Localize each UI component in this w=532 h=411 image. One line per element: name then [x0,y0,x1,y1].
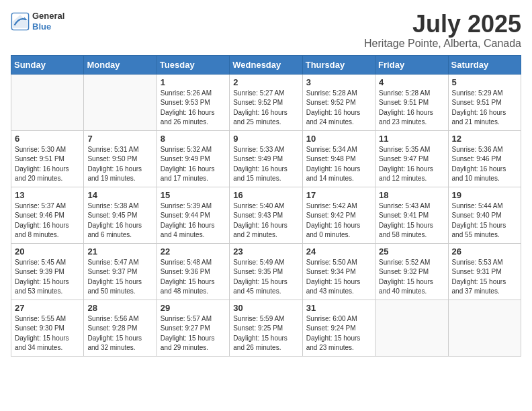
day-info: Sunrise: 5:33 AMSunset: 9:49 PMDaylight:… [233,145,298,184]
day-number: 20 [15,246,80,257]
calendar-cell: 10Sunrise: 5:34 AMSunset: 9:48 PMDayligh… [302,130,375,187]
calendar-week-row: 6Sunrise: 5:30 AMSunset: 9:51 PMDaylight… [11,130,521,187]
calendar-cell: 31Sunrise: 6:00 AMSunset: 9:24 PMDayligh… [302,300,375,356]
calendar-cell: 11Sunrise: 5:35 AMSunset: 9:47 PMDayligh… [375,130,448,187]
day-info: Sunrise: 5:29 AMSunset: 9:51 PMDaylight:… [452,89,517,128]
weekday-header: Wednesday [230,55,302,74]
calendar-cell: 17Sunrise: 5:42 AMSunset: 9:42 PMDayligh… [302,187,375,243]
calendar-week-row: 1Sunrise: 5:26 AMSunset: 9:53 PMDaylight… [11,74,521,130]
day-info: Sunrise: 5:43 AMSunset: 9:41 PMDaylight:… [379,201,444,240]
day-number: 2 [233,77,298,87]
day-info: Sunrise: 5:52 AMSunset: 9:32 PMDaylight:… [379,258,444,297]
day-number: 6 [15,134,80,144]
calendar-header-row: SundayMondayTuesdayWednesdayThursdayFrid… [11,55,521,74]
day-info: Sunrise: 5:27 AMSunset: 9:52 PMDaylight:… [233,89,298,128]
day-info: Sunrise: 5:32 AMSunset: 9:49 PMDaylight:… [161,145,226,184]
calendar-cell: 28Sunrise: 5:56 AMSunset: 9:28 PMDayligh… [84,300,157,356]
weekday-header: Sunday [11,55,84,74]
day-number: 27 [15,303,80,313]
calendar-cell: 27Sunrise: 5:55 AMSunset: 9:30 PMDayligh… [11,300,84,356]
day-number: 16 [233,190,298,200]
calendar-cell: 19Sunrise: 5:44 AMSunset: 9:40 PMDayligh… [448,187,521,243]
calendar-week-row: 20Sunrise: 5:45 AMSunset: 9:39 PMDayligh… [11,243,521,300]
day-info: Sunrise: 5:57 AMSunset: 9:27 PMDaylight:… [161,314,226,353]
day-number: 26 [452,246,517,257]
day-number: 9 [233,134,298,144]
day-info: Sunrise: 5:37 AMSunset: 9:46 PMDaylight:… [15,201,80,240]
day-number: 19 [452,190,517,200]
weekday-header: Tuesday [157,55,229,74]
calendar-cell: 24Sunrise: 5:50 AMSunset: 9:34 PMDayligh… [302,243,375,300]
calendar-cell: 20Sunrise: 5:45 AMSunset: 9:39 PMDayligh… [11,243,84,300]
calendar-cell: 5Sunrise: 5:29 AMSunset: 9:51 PMDaylight… [448,74,521,130]
day-info: Sunrise: 5:30 AMSunset: 9:51 PMDaylight:… [15,145,80,184]
day-number: 29 [161,303,226,313]
day-number: 28 [87,303,152,313]
day-info: Sunrise: 6:00 AMSunset: 9:24 PMDaylight:… [306,314,371,353]
day-info: Sunrise: 5:56 AMSunset: 9:28 PMDaylight:… [87,314,152,353]
calendar-cell: 7Sunrise: 5:31 AMSunset: 9:50 PMDaylight… [84,130,157,187]
logo: General Blue [11,11,64,32]
title-section: July 2025 Heritage Pointe, Alberta, Cana… [364,11,521,50]
day-number: 4 [379,77,444,87]
day-info: Sunrise: 5:39 AMSunset: 9:44 PMDaylight:… [161,201,226,240]
page-subtitle: Heritage Pointe, Alberta, Canada [364,38,521,50]
page-header: General Blue July 2025 Heritage Pointe, … [11,11,521,50]
day-info: Sunrise: 5:45 AMSunset: 9:39 PMDaylight:… [15,258,80,297]
logo-text: General Blue [32,11,64,32]
day-info: Sunrise: 5:49 AMSunset: 9:35 PMDaylight:… [233,258,298,297]
day-info: Sunrise: 5:34 AMSunset: 9:48 PMDaylight:… [306,145,371,184]
calendar-week-row: 13Sunrise: 5:37 AMSunset: 9:46 PMDayligh… [11,187,521,243]
calendar-cell: 26Sunrise: 5:53 AMSunset: 9:31 PMDayligh… [448,243,521,300]
day-info: Sunrise: 5:42 AMSunset: 9:42 PMDaylight:… [306,201,371,240]
logo-line1: General [32,11,64,21]
day-info: Sunrise: 5:48 AMSunset: 9:36 PMDaylight:… [161,258,226,297]
day-number: 23 [233,246,298,257]
day-number: 31 [306,303,371,313]
day-info: Sunrise: 5:44 AMSunset: 9:40 PMDaylight:… [452,201,517,240]
day-info: Sunrise: 5:40 AMSunset: 9:43 PMDaylight:… [233,201,298,240]
calendar-table: SundayMondayTuesdayWednesdayThursdayFrid… [11,55,521,357]
day-number: 1 [161,77,226,87]
logo-line2: Blue [32,21,64,32]
weekday-header: Friday [375,55,448,74]
calendar-cell: 23Sunrise: 5:49 AMSunset: 9:35 PMDayligh… [230,243,302,300]
day-info: Sunrise: 5:38 AMSunset: 9:45 PMDaylight:… [87,201,152,240]
calendar-cell: 16Sunrise: 5:40 AMSunset: 9:43 PMDayligh… [230,187,302,243]
calendar-cell: 22Sunrise: 5:48 AMSunset: 9:36 PMDayligh… [157,243,229,300]
calendar-cell: 25Sunrise: 5:52 AMSunset: 9:32 PMDayligh… [375,243,448,300]
day-number: 7 [87,134,152,144]
weekday-header: Thursday [302,55,375,74]
day-number: 24 [306,246,371,257]
calendar-cell: 1Sunrise: 5:26 AMSunset: 9:53 PMDaylight… [157,74,229,130]
day-info: Sunrise: 5:47 AMSunset: 9:37 PMDaylight:… [87,258,152,297]
day-number: 22 [161,246,226,257]
day-number: 30 [233,303,298,313]
calendar-cell: 14Sunrise: 5:38 AMSunset: 9:45 PMDayligh… [84,187,157,243]
day-info: Sunrise: 5:59 AMSunset: 9:25 PMDaylight:… [233,314,298,353]
day-info: Sunrise: 5:53 AMSunset: 9:31 PMDaylight:… [452,258,517,297]
calendar-cell [11,74,84,130]
calendar-cell: 30Sunrise: 5:59 AMSunset: 9:25 PMDayligh… [230,300,302,356]
calendar-cell: 8Sunrise: 5:32 AMSunset: 9:49 PMDaylight… [157,130,229,187]
calendar-cell [84,74,157,130]
day-number: 25 [379,246,444,257]
day-info: Sunrise: 5:35 AMSunset: 9:47 PMDaylight:… [379,145,444,184]
day-info: Sunrise: 5:50 AMSunset: 9:34 PMDaylight:… [306,258,371,297]
calendar-cell [375,300,448,356]
calendar-cell: 3Sunrise: 5:28 AMSunset: 9:52 PMDaylight… [302,74,375,130]
calendar-cell: 13Sunrise: 5:37 AMSunset: 9:46 PMDayligh… [11,187,84,243]
day-number: 5 [452,77,517,87]
calendar-cell: 2Sunrise: 5:27 AMSunset: 9:52 PMDaylight… [230,74,302,130]
day-number: 14 [87,190,152,200]
calendar-cell: 21Sunrise: 5:47 AMSunset: 9:37 PMDayligh… [84,243,157,300]
day-info: Sunrise: 5:28 AMSunset: 9:51 PMDaylight:… [379,89,444,128]
logo-icon [11,12,30,31]
day-number: 10 [306,134,371,144]
day-number: 18 [379,190,444,200]
weekday-header: Monday [84,55,157,74]
day-number: 13 [15,190,80,200]
day-info: Sunrise: 5:36 AMSunset: 9:46 PMDaylight:… [452,145,517,184]
calendar-cell: 6Sunrise: 5:30 AMSunset: 9:51 PMDaylight… [11,130,84,187]
day-info: Sunrise: 5:26 AMSunset: 9:53 PMDaylight:… [161,89,226,128]
